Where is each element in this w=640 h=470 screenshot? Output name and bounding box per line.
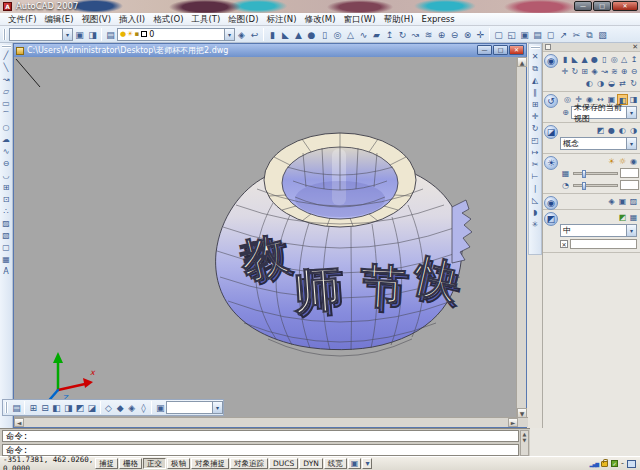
sweep-icon[interactable]: ↝ bbox=[409, 28, 422, 41]
model-space-button[interactable]: ▣ bbox=[348, 458, 362, 469]
grid-button[interactable]: 栅格 bbox=[119, 458, 142, 469]
top-view-icon[interactable]: ⊞ bbox=[27, 401, 39, 414]
insert-block-icon[interactable]: ⊞ bbox=[0, 182, 12, 194]
erase-icon[interactable]: ✕ bbox=[529, 51, 541, 63]
contrast-value[interactable] bbox=[620, 180, 639, 190]
ducs-button[interactable]: DUCS bbox=[269, 458, 298, 469]
circle-icon[interactable]: ○ bbox=[0, 122, 12, 134]
make-layer-current-icon[interactable]: ◈ bbox=[235, 28, 248, 41]
visual-style-panel-icon[interactable]: ◪ bbox=[544, 125, 558, 139]
copy-clip-icon[interactable]: ⧉ bbox=[583, 28, 596, 41]
render-output-checkbox[interactable]: ✕ bbox=[560, 240, 568, 248]
menu-modify[interactable]: 修改(M) bbox=[300, 13, 339, 25]
layer-combo[interactable]: ● ☀ ▪ 0 ▾ bbox=[117, 28, 235, 41]
save-icon[interactable]: ▣ bbox=[518, 28, 531, 41]
make-block-icon[interactable]: ⊡ bbox=[0, 194, 12, 206]
extract-edges-icon[interactable]: ↻ bbox=[628, 78, 639, 89]
vertical-scrollbar[interactable]: ▲ ▼ bbox=[516, 57, 526, 418]
close-icon[interactable]: ✕ bbox=[632, 43, 638, 51]
layer-properties-icon[interactable]: ▤ bbox=[104, 28, 117, 41]
chamfer-icon[interactable]: ◺ bbox=[529, 195, 541, 207]
cylinder-icon[interactable]: ▯ bbox=[600, 54, 610, 65]
osnap-button[interactable]: 对象捕捉 bbox=[191, 458, 229, 469]
scroll-left-icon[interactable]: ◄ bbox=[14, 418, 24, 427]
sun-status-icon[interactable]: ☀ bbox=[606, 156, 617, 167]
materials-panel-icon[interactable]: ◉ bbox=[544, 196, 558, 210]
menu-view[interactable]: 视图(V) bbox=[78, 13, 115, 25]
helix-icon[interactable]: ∿ bbox=[357, 28, 370, 41]
3d-rotate-icon[interactable]: ↻ bbox=[570, 66, 580, 77]
open-icon[interactable]: ◱ bbox=[505, 28, 518, 41]
render-window-icon[interactable]: ▦ bbox=[628, 212, 639, 223]
render-panel-icon[interactable]: ◩ bbox=[544, 212, 558, 226]
point-light-icon[interactable]: ◉ bbox=[628, 156, 639, 167]
menu-dimension[interactable]: 标注(N) bbox=[262, 13, 300, 25]
3d-navigate-panel-icon[interactable]: ↺ bbox=[544, 94, 558, 108]
chevron-down-icon[interactable]: ▾ bbox=[62, 29, 72, 40]
horizontal-scrollbar[interactable]: ◄ ► bbox=[14, 417, 528, 427]
view-combo[interactable]: ▾ bbox=[166, 401, 223, 414]
close-button[interactable]: ✕ bbox=[612, 1, 638, 11]
hatch-icon[interactable]: ▨ bbox=[0, 218, 12, 230]
fillet-icon[interactable]: ◗ bbox=[529, 207, 541, 219]
cone-icon[interactable]: ▲ bbox=[580, 54, 590, 65]
named-views-icon[interactable]: ▤ bbox=[11, 401, 23, 414]
sphere-icon[interactable]: ● bbox=[590, 54, 600, 65]
cup-model[interactable]: 教 教 师 师 节 节 快 快 bbox=[216, 133, 472, 356]
command-history[interactable]: 命令: bbox=[2, 430, 519, 442]
publish-icon[interactable]: ↗ bbox=[557, 28, 570, 41]
current-view-combo[interactable]: 未保存的当前视图 ▾ bbox=[571, 106, 637, 119]
3d-array-icon[interactable]: ◈ bbox=[590, 66, 600, 77]
rotate-icon[interactable]: ↻ bbox=[529, 123, 541, 135]
visual-style-combo[interactable]: 概念 ▾ bbox=[560, 137, 637, 150]
clean-screen-icon[interactable] bbox=[627, 460, 636, 468]
maximize-button[interactable]: □ bbox=[593, 1, 611, 11]
doc-restore-button[interactable]: □ bbox=[493, 45, 508, 55]
mirror-icon[interactable]: ◭ bbox=[529, 75, 541, 87]
scroll-right-icon[interactable]: ► bbox=[508, 418, 518, 427]
plot-icon[interactable]: ▤ bbox=[531, 28, 544, 41]
new-icon[interactable]: ▢ bbox=[492, 28, 505, 41]
point-icon[interactable]: ∴ bbox=[0, 206, 12, 218]
ne-isometric-icon[interactable]: ◈ bbox=[126, 401, 138, 414]
pyramid-icon[interactable]: △ bbox=[619, 54, 629, 65]
palette-properties-icon[interactable] bbox=[545, 44, 551, 50]
toolbar-lock-icon[interactable] bbox=[601, 461, 608, 467]
paste-icon[interactable]: ▧ bbox=[596, 28, 609, 41]
ellipse-icon[interactable]: ⊖ bbox=[0, 158, 12, 170]
cylinder-icon[interactable]: ▯ bbox=[318, 28, 331, 41]
3d-make-panel-icon[interactable]: ◉ bbox=[544, 54, 558, 68]
status-menu-arrow-icon[interactable]: ▾ bbox=[362, 458, 372, 469]
chevron-down-icon[interactable]: ▾ bbox=[212, 402, 222, 413]
left-view-icon[interactable]: ◧ bbox=[51, 401, 63, 414]
constrained-orbit-icon[interactable]: ◎ bbox=[562, 94, 573, 105]
spline-icon[interactable]: ∿ bbox=[0, 146, 12, 158]
wedge-icon[interactable]: ◣ bbox=[279, 28, 292, 41]
apply-material-icon[interactable]: ▣ bbox=[617, 196, 628, 207]
bottom-view-icon[interactable]: ⊟ bbox=[39, 401, 51, 414]
3d-move-icon[interactable]: ✛ bbox=[560, 66, 570, 77]
stretch-icon[interactable]: ↦ bbox=[529, 147, 541, 159]
pyramid-icon[interactable]: △ bbox=[344, 28, 357, 41]
slice-icon[interactable]: ◑ bbox=[595, 78, 606, 89]
dyn-button[interactable]: DYN bbox=[299, 458, 323, 469]
extend-icon[interactable]: ⊢ bbox=[529, 171, 541, 183]
loft-icon[interactable]: ≋ bbox=[422, 28, 435, 41]
validation-icon[interactable]: ✓ bbox=[611, 460, 618, 467]
menu-insert[interactable]: 插入(I) bbox=[115, 13, 149, 25]
3d-move-icon[interactable]: ✛ bbox=[474, 28, 487, 41]
polar-button[interactable]: 极轴 bbox=[167, 458, 190, 469]
table-icon[interactable]: ▦ bbox=[0, 254, 12, 266]
menu-tools[interactable]: 工具(T) bbox=[187, 13, 224, 25]
slider-knob[interactable] bbox=[582, 170, 586, 178]
menu-help[interactable]: 帮助(H) bbox=[380, 13, 418, 25]
multiline-text-icon[interactable]: A bbox=[0, 266, 12, 278]
gradient-icon[interactable]: ▧ bbox=[0, 230, 12, 242]
snap-button[interactable]: 捕捉 bbox=[95, 458, 118, 469]
menu-edit[interactable]: 编辑(E) bbox=[41, 13, 78, 25]
nw-isometric-icon[interactable]: ◊ bbox=[138, 401, 150, 414]
trim-icon[interactable]: ✂ bbox=[529, 159, 541, 171]
workspace-settings-icon[interactable]: ▣ bbox=[73, 28, 86, 41]
planar-mapping-icon[interactable]: ▨ bbox=[628, 196, 639, 207]
box-icon[interactable]: ▮ bbox=[560, 54, 570, 65]
